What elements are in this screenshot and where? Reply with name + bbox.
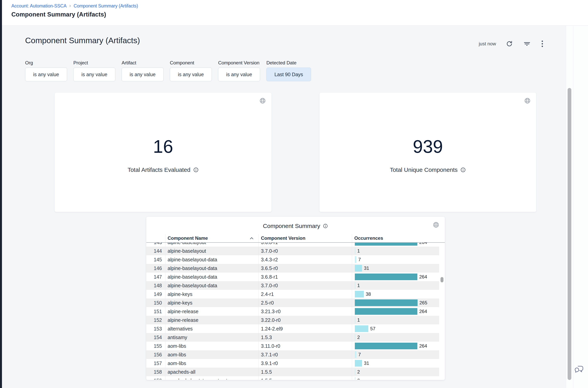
filter-component-value-button[interactable]: is any value <box>170 68 212 81</box>
chat-bubbles-icon <box>574 365 585 374</box>
occurrence-value: 7 <box>358 352 361 357</box>
total-artifacts-label: Total Artifacts Evaluated <box>128 167 190 173</box>
table-row: 146 alpine-baselayout-data 3.6.5-r0 31 <box>146 264 439 272</box>
occurrence-value: 7 <box>358 257 361 262</box>
component-name-cell: alpine-release <box>165 307 259 316</box>
occurrence-bar <box>355 325 368 332</box>
occurrence-bar <box>355 343 417 349</box>
page-scrollbar-thumb[interactable] <box>567 88 571 380</box>
row-index: 149 <box>146 290 165 298</box>
occurrence-value: 2 <box>357 335 360 340</box>
row-index: 150 <box>146 298 165 307</box>
component-version-cell: 3.21.3-r0 <box>259 307 352 316</box>
column-header-index <box>146 234 165 242</box>
dashboard-panel: Component Summary (Artifacts) just now <box>2 26 566 388</box>
globe-icon[interactable] <box>259 97 266 104</box>
refresh-button[interactable] <box>505 39 514 48</box>
occurrences-cell: 264 <box>352 307 439 316</box>
occurrence-value: 264 <box>419 274 427 280</box>
dashboard-actions: just now <box>479 39 544 48</box>
support-chat-button[interactable] <box>574 365 585 374</box>
occurrences-cell: 2 <box>352 333 439 342</box>
total-artifacts-value: 16 <box>55 93 271 155</box>
occurrences-cell: 31 <box>352 359 439 367</box>
filter-component-version-value-button[interactable]: is any value <box>218 68 260 81</box>
column-header-label: Component Version <box>261 235 305 241</box>
breadcrumb-account-link[interactable]: Account: Automation-SSCA <box>11 3 66 9</box>
table-row: 153 alternatives 1.24-2.el9 57 <box>146 324 439 333</box>
occurrence-bar <box>355 360 362 367</box>
table-title: Component Summary <box>263 223 320 229</box>
kebab-menu-icon <box>541 40 544 48</box>
occurrences-cell: 57 <box>352 324 439 333</box>
row-index: 153 <box>146 324 165 333</box>
filter-detected-date: Detected Date Last 90 Days <box>266 60 311 81</box>
breadcrumb: Account: Automation-SSCA › Component Sum… <box>11 3 588 9</box>
filter-artifact-value-button[interactable]: is any value <box>122 68 164 81</box>
page-scrollbar-gutter <box>566 26 588 388</box>
row-index: 156 <box>146 350 165 359</box>
occurrences-cell: 38 <box>352 290 439 298</box>
occurrence-value: 38 <box>366 291 371 297</box>
filter-component-version: Component Version is any value <box>218 60 260 81</box>
filter-project-value-button[interactable]: is any value <box>73 68 115 81</box>
column-header-component-name[interactable]: Component Name <box>165 234 259 242</box>
table-scrollbar-thumb[interactable] <box>440 277 443 282</box>
component-name-cell: alpine-baselayout-data <box>165 264 259 272</box>
component-name-cell: apacheds-all <box>165 367 259 376</box>
occurrence-value: 265 <box>419 300 427 306</box>
component-version-cell: 3.22.0-r0 <box>259 316 352 324</box>
column-header-component-version[interactable]: Component Version <box>259 234 352 242</box>
globe-icon[interactable] <box>433 221 439 228</box>
filter-bar: Org is any value Project is any value Ar… <box>25 60 566 81</box>
occurrence-bar <box>355 308 417 315</box>
filter-toggle-button[interactable] <box>523 39 531 48</box>
filter-label: Component <box>170 60 212 66</box>
refresh-icon <box>506 40 513 47</box>
row-index: 151 <box>146 307 165 316</box>
table-row: 150 alpine-keys 2.5-r0 265 <box>146 298 439 307</box>
total-artifacts-card: 16 Total Artifacts Evaluated <box>55 93 271 212</box>
column-header-occurrences[interactable]: Occurrences <box>352 234 445 242</box>
dashboard-menu-button[interactable] <box>540 39 544 48</box>
component-version-cell: 3.7.0-r0 <box>259 281 352 290</box>
component-version-cell: 3.7.0-r0 <box>259 247 352 255</box>
component-version-cell: 3.6.8-r1 <box>259 272 352 281</box>
filter-label: Detected Date <box>266 60 311 66</box>
filter-detected-date-value-button[interactable]: Last 90 Days <box>266 68 311 81</box>
occurrences-cell: 7 <box>352 255 439 264</box>
occurrence-bar <box>355 368 355 375</box>
filter-org-value-button[interactable]: is any value <box>25 68 67 81</box>
row-index: 143 <box>146 243 165 247</box>
globe-icon[interactable] <box>524 97 531 104</box>
occurrences-cell: 265 <box>352 298 439 307</box>
page-title: Component Summary (Artifacts) <box>11 11 588 18</box>
component-name-cell: antisamy <box>165 333 259 342</box>
component-version-cell: 3.4.3-r2 <box>259 255 352 264</box>
occurrences-cell: 1 <box>352 247 439 255</box>
occurrences-cell: 264 <box>352 272 439 281</box>
occurrences-cell: 31 <box>352 264 439 272</box>
info-icon[interactable] <box>460 167 466 173</box>
occurrences-cell: 264 <box>352 342 439 350</box>
occurrence-value: 57 <box>370 326 376 331</box>
component-version-cell: 1.5.5 <box>259 376 352 380</box>
component-version-cell: 3.6.5-r0 <box>259 264 352 272</box>
component-name-cell: alpine-baselayout <box>165 243 259 247</box>
occurrence-bar <box>355 256 356 263</box>
occurrences-cell: 1 <box>352 316 439 324</box>
table-scroll-viewport[interactable]: 143 alpine-baselayout 3.6.8-r1 264 144 a… <box>146 243 439 380</box>
component-version-cell: 2.5-r0 <box>259 298 352 307</box>
info-icon[interactable] <box>323 223 328 229</box>
occurrence-value: 2 <box>357 378 360 380</box>
breadcrumb-current-link[interactable]: Component Summary (Artifacts) <box>74 3 138 9</box>
table-row: 157 aom-libs 3.9.1-r0 31 <box>146 359 439 367</box>
filter-project: Project is any value <box>73 60 115 81</box>
component-version-cell: 1.5.5 <box>259 367 352 376</box>
occurrence-bar <box>355 351 356 358</box>
occurrence-value: 1 <box>357 248 360 254</box>
filter-component: Component is any value <box>170 60 212 81</box>
info-icon[interactable] <box>193 167 199 173</box>
top-header: Account: Automation-SSCA › Component Sum… <box>2 0 588 25</box>
app-nav-strip <box>0 0 2 388</box>
